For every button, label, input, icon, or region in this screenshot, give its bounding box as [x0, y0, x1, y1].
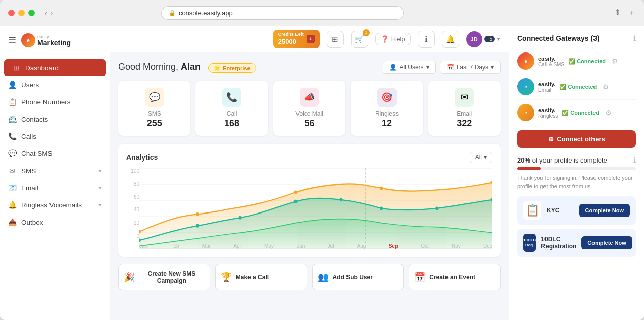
stat-cards: 💬 SMS 255 📞 Call 168 📣 Voice Mail 56 [118, 81, 501, 136]
check-icon-ringless: ✅ [562, 110, 569, 116]
email-stat-icon: ✉ [455, 88, 474, 107]
sidebar-label-chat-sms: Chat SMS [21, 150, 53, 157]
sidebar-item-outbox[interactable]: 📤 Outbox [0, 214, 110, 231]
plan-badge: 🌟 Enterprise [208, 63, 256, 73]
sidebar-header: ☰ e easify. Marketing [0, 26, 110, 55]
sidebar: ☰ e easify. Marketing ⊞ Dashboard 👤 User… [0, 26, 110, 320]
gateway-logo-call-sms: e [517, 52, 534, 70]
url-bar[interactable]: 🔒 console.easify.app [161, 6, 404, 20]
gateway-info-ringless: easify. Ringless [538, 107, 558, 119]
gateway-settings-call-sms-icon[interactable]: ⚙ [612, 57, 618, 65]
minimize-button[interactable] [18, 10, 25, 16]
cart-icon[interactable]: 🛒 1 [351, 31, 368, 48]
app-name: Marketing [37, 39, 71, 46]
users-filter-button[interactable]: 👤 All Users ▾ [383, 61, 436, 74]
tdlc-card: 10DLCReg. 10DLC Registration Complete No… [517, 229, 636, 257]
sidebar-label-email: Email [21, 184, 38, 192]
sidebar-item-calls[interactable]: 📞 Calls [0, 128, 110, 145]
ringless-stat-value: 12 [358, 118, 416, 129]
add-credits-button[interactable]: + [307, 35, 315, 43]
profile-progress-bar [517, 167, 636, 170]
sidebar-item-contacts[interactable]: 📇 Contacts [0, 111, 110, 128]
gateway-item-call-sms: e easify. Call & SMS ✅ Connected ⚙ [517, 48, 636, 74]
contacts-icon: 📇 [8, 115, 16, 123]
new-tab-icon[interactable]: ＋ [628, 8, 636, 18]
logo-area: e easify. Marketing [21, 33, 71, 47]
profile-info-icon[interactable]: ℹ [633, 156, 636, 164]
sidebar-item-email[interactable]: 📧 Email ▾ [0, 179, 110, 196]
sidebar-label-users: Users [21, 81, 39, 89]
profile-section: 20% of your profile is complete ℹ Thank … [517, 156, 636, 257]
check-icon-email: ✅ [559, 84, 566, 90]
voicemail-stat-icon: 📣 [300, 88, 319, 107]
calls-icon: 📞 [8, 132, 16, 140]
outbox-icon: 📤 [8, 218, 16, 226]
create-sms-campaign-button[interactable]: 🎉 Create New SMS Campaign [118, 264, 210, 290]
event-icon: 📅 [414, 272, 425, 283]
gateway-status-call-sms: ✅ Connected [568, 58, 606, 65]
tdlc-complete-now-button[interactable]: Complete Now [581, 236, 632, 249]
chart-area: 100806040200 [126, 168, 492, 249]
filter-buttons: 👤 All Users ▾ 📅 Last 7 Days ▾ [383, 61, 501, 74]
create-event-button[interactable]: 📅 Create an Event [409, 264, 501, 290]
date-filter-button[interactable]: 📅 Last 7 Days ▾ [440, 61, 501, 74]
stat-card-ringless: 🎯 Ringless 12 [351, 81, 423, 136]
sidebar-item-chat-sms[interactable]: 💬 Chat SMS [0, 145, 110, 162]
info-button[interactable]: ℹ [418, 31, 435, 48]
kyc-logo: 📋 [523, 201, 541, 220]
hamburger-icon[interactable]: ☰ [8, 35, 16, 46]
chart-yaxis: 100806040200 [126, 168, 139, 239]
gateways-title: Connected Gateways (3) [517, 34, 600, 42]
sidebar-item-ringless[interactable]: 🔔 Ringless Voicemails ▾ [0, 196, 110, 214]
ringless-stat-icon: 🎯 [377, 88, 397, 107]
svg-point-16 [196, 212, 199, 216]
notifications-button[interactable]: 🔔 [442, 31, 459, 48]
share-icon[interactable]: ⬆ [614, 8, 621, 18]
dash-header: Good Morning, Alan 🌟 Enterprise 👤 All Us… [118, 61, 501, 74]
analytics-chart [139, 168, 492, 249]
make-call-button[interactable]: 🏆 Make a Call [215, 264, 307, 290]
help-button[interactable]: ❓ Help [375, 33, 411, 45]
tdlc-label: 10DLC Registration [541, 236, 576, 250]
sidebar-item-users[interactable]: 👤 Users [0, 76, 110, 93]
chat-sms-icon: 💬 [8, 149, 16, 157]
analytics-chevron-icon: ▾ [484, 154, 487, 161]
forward-button[interactable]: › [51, 9, 53, 17]
sidebar-item-sms[interactable]: ✉ SMS ▾ [0, 162, 110, 179]
gateway-status-email: ✅ Connected [559, 84, 597, 90]
gateway-status-ringless: ✅ Connected [562, 110, 599, 116]
add-sub-user-button[interactable]: 👥 Add Sub User [312, 264, 404, 290]
stat-card-sms: 💬 SMS 255 [118, 81, 190, 136]
profile-title: 20% of your profile is complete [517, 156, 607, 164]
sidebar-item-phone-numbers[interactable]: 📋 Phone Numbers [0, 93, 110, 111]
analytics-title: Analytics [126, 153, 158, 162]
analytics-filter-dropdown[interactable]: All ▾ [470, 152, 492, 163]
close-button[interactable] [8, 10, 15, 16]
check-icon: ✅ [568, 58, 575, 65]
back-button[interactable]: ‹ [45, 9, 47, 17]
grid-icon[interactable]: ⊞ [327, 31, 344, 48]
maximize-button[interactable] [28, 10, 35, 16]
sidebar-item-dashboard[interactable]: ⊞ Dashboard [4, 59, 106, 76]
connect-others-button[interactable]: ⊕ Connect others [517, 130, 636, 148]
sms-stat-icon: 💬 [145, 88, 164, 107]
gateways-info-icon[interactable]: ℹ [633, 34, 636, 42]
ringless-chevron-icon: ▾ [98, 202, 102, 208]
gateway-settings-email-icon[interactable]: ⚙ [603, 83, 609, 91]
lock-icon: 🔒 [169, 10, 176, 16]
kyc-label: KYC [547, 207, 574, 214]
sidebar-label-sms: SMS [21, 167, 36, 175]
gateway-settings-ringless-icon[interactable]: ⚙ [605, 109, 612, 117]
sidebar-label-ringless: Ringless Voicemails [21, 201, 82, 209]
gateway-item-ringless: e easify. Ringless ✅ Connected ⚙ [517, 100, 636, 125]
sms-stat-value: 255 [125, 118, 183, 129]
sidebar-nav: ⊞ Dashboard 👤 Users 📋 Phone Numbers 📇 Co… [0, 55, 110, 235]
avatar-group[interactable]: JD +5 ▾ [466, 31, 500, 47]
gateway-item-email: e easify. Email ✅ Connected ⚙ [517, 74, 636, 100]
call-stat-icon: 📞 [222, 88, 241, 107]
avatar-chevron-icon: ▾ [497, 36, 500, 42]
greeting-area: Good Morning, Alan 🌟 Enterprise [118, 62, 256, 73]
date-filter-chevron: ▾ [491, 64, 494, 71]
kyc-complete-now-button[interactable]: Complete Now [579, 204, 630, 217]
gateway-info-email: easify. Email [538, 81, 555, 93]
